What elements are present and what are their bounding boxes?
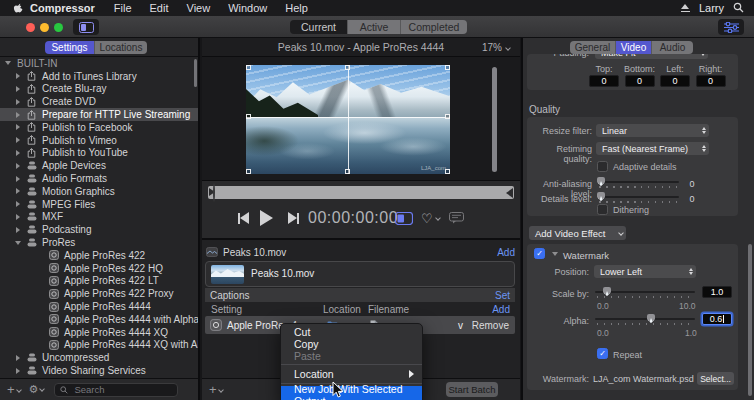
disclosure-right-icon[interactable] — [14, 99, 22, 105]
watermark-enabled-checkbox[interactable]: ✓ — [534, 248, 545, 259]
output-add-link[interactable]: Add — [492, 304, 510, 315]
scale-value-field[interactable]: 1.0 — [702, 286, 732, 298]
sidebar-item-prepare-for-http-live-streaming[interactable]: Prepare for HTTP Live Streaming — [0, 108, 198, 121]
start-batch-button[interactable]: Start Batch — [446, 382, 498, 397]
eject-icon[interactable] — [681, 4, 690, 12]
close-button[interactable] — [26, 23, 35, 32]
menu-window[interactable]: Window — [228, 2, 267, 14]
apple-icon[interactable] — [13, 2, 23, 16]
padding-top-field[interactable]: 0 — [589, 75, 619, 87]
crop-handle[interactable] — [345, 169, 350, 174]
context-menu-item-copy[interactable]: Copy — [281, 338, 422, 350]
sidebar-item-built-in[interactable]: BUILT-IN — [0, 57, 198, 70]
sidebar-item-uncompressed[interactable]: Uncompressed — [0, 351, 198, 364]
alpha-value-field[interactable]: 0.6 — [702, 313, 732, 325]
sidebar-item-podcasting[interactable]: Podcasting — [0, 223, 198, 236]
sidebar-item-create-blu-ray[interactable]: Create Blu-ray — [0, 83, 198, 96]
minimize-button[interactable] — [40, 23, 49, 32]
watermark-disclosure-icon[interactable] — [552, 252, 558, 256]
resize-filter-popup[interactable]: Linear — [596, 124, 709, 137]
app-menu-compressor[interactable]: Compressor — [30, 2, 95, 14]
compare-split-vertical-line[interactable] — [348, 65, 349, 174]
scale-slider[interactable] — [595, 286, 695, 299]
padding-left-field[interactable]: 0 — [660, 75, 690, 87]
sidebar-item-create-dvd[interactable]: Create DVD — [0, 95, 198, 108]
feedback-icon[interactable] — [449, 205, 464, 231]
disclosure-right-icon[interactable] — [14, 86, 22, 92]
job-add-link[interactable]: Add — [497, 247, 515, 258]
disclosure-down-icon[interactable] — [14, 241, 22, 245]
tab-video[interactable]: Video — [616, 41, 652, 54]
compare-split-horizontal-line[interactable] — [246, 117, 450, 118]
filter-icon[interactable] — [718, 19, 744, 35]
tab-current[interactable]: Current — [290, 20, 348, 34]
position-popup[interactable]: Lower Left — [594, 265, 696, 278]
source-media-card[interactable]: Peaks 10.mov — [205, 261, 515, 287]
disclosure-right-icon[interactable] — [14, 368, 22, 374]
context-menu-item-location[interactable]: Location — [281, 367, 422, 381]
disclosure-right-icon[interactable] — [14, 201, 22, 207]
anti-aliasing-slider[interactable] — [597, 176, 679, 189]
playhead[interactable] — [213, 184, 220, 200]
sidebar-item-add-to-itunes-library[interactable]: Add to iTunes Library — [0, 70, 198, 83]
sidebar-item-mxf[interactable]: MXF — [0, 211, 198, 224]
inspector-scrollbar[interactable] — [748, 244, 752, 396]
disclosure-right-icon[interactable] — [14, 124, 22, 130]
disclosure-right-icon[interactable] — [14, 163, 22, 169]
sidebar-toggle-icon[interactable] — [73, 19, 99, 35]
sidebar-item-mpeg-files[interactable]: MPEG Files — [0, 198, 198, 211]
padding-right-field[interactable]: 0 — [696, 75, 726, 87]
sidebar-item-apple-prores-422-lt[interactable]: Apple ProRes 422 LT — [0, 275, 198, 288]
crop-handle[interactable] — [246, 114, 251, 119]
search-input[interactable] — [72, 383, 172, 396]
compare-icon[interactable] — [395, 205, 413, 231]
search-field[interactable] — [54, 383, 178, 397]
details-level-slider[interactable] — [597, 191, 679, 204]
zoom-level-dropdown[interactable]: 17% — [482, 38, 510, 57]
disclosure-right-icon[interactable] — [14, 112, 22, 118]
crop-handle[interactable] — [445, 114, 450, 119]
disclosure-right-icon[interactable] — [14, 73, 22, 79]
disclosure-right-icon[interactable] — [14, 227, 22, 233]
sidebar-item-audio-formats[interactable]: Audio Formats — [0, 172, 198, 185]
sidebar-item-publish-to-facebook[interactable]: Publish to Facebook — [0, 121, 198, 134]
padding-popup[interactable]: Make Fit — [595, 54, 708, 59]
sidebar-item-apple-prores-4444-xq[interactable]: Apple ProRes 4444 XQ — [0, 326, 198, 339]
select-watermark-button[interactable]: Select... — [697, 372, 734, 385]
sidebar-item-publish-to-vimeo[interactable]: Publish to Vimeo — [0, 134, 198, 147]
context-menu-item-new-job-with-selected-output[interactable]: New Job With Selected Output — [281, 386, 422, 400]
sidebar-item-apple-prores-422-proxy[interactable]: Apple ProRes 422 Proxy — [0, 287, 198, 300]
menu-view[interactable]: View — [187, 2, 211, 14]
tab-completed[interactable]: Completed — [401, 20, 467, 34]
add-video-effect-button[interactable]: Add Video Effect — [529, 226, 626, 240]
favorite-icon[interactable]: ♡ — [421, 205, 440, 231]
tab-settings[interactable]: Settings — [45, 41, 95, 54]
captions-set-link[interactable]: Set — [495, 290, 510, 301]
crop-handle[interactable] — [246, 65, 251, 70]
next-frame-button[interactable] — [288, 205, 299, 231]
disclosure-down-icon[interactable] — [4, 61, 12, 65]
crop-handle[interactable] — [445, 65, 450, 70]
sidebar-scrollbar[interactable] — [194, 59, 197, 87]
search-icon[interactable] — [733, 2, 744, 15]
menu-file[interactable]: File — [114, 2, 132, 14]
previous-frame-button[interactable] — [238, 205, 249, 231]
zoom-button[interactable] — [54, 23, 63, 32]
sidebar-item-apple-devices[interactable]: Apple Devices — [0, 159, 198, 172]
menu-edit[interactable]: Edit — [150, 2, 169, 14]
repeat-checkbox[interactable]: ✓ — [597, 348, 608, 359]
dithering-checkbox[interactable] — [597, 204, 608, 215]
menu-bar-user[interactable]: Larry — [699, 2, 724, 14]
retiming-quality-popup[interactable]: Fast (Nearest Frame) — [596, 142, 709, 155]
padding-bottom-field[interactable]: 0 — [625, 75, 655, 87]
preview-scrollbar[interactable] — [492, 67, 497, 172]
disclosure-right-icon[interactable] — [14, 355, 22, 361]
sidebar-item-publish-to-youtube[interactable]: Publish to YouTube — [0, 147, 198, 160]
sidebar-item-apple-prores-422-hq[interactable]: Apple ProRes 422 HQ — [0, 262, 198, 275]
tab-active[interactable]: Active — [348, 20, 401, 34]
crop-handle[interactable] — [246, 169, 251, 174]
alpha-slider[interactable] — [595, 313, 695, 326]
sidebar-item-motion-graphics[interactable]: Motion Graphics — [0, 185, 198, 198]
context-menu-item-cut[interactable]: Cut — [281, 326, 422, 338]
sidebar-item-video-sharing-services[interactable]: Video Sharing Services — [0, 364, 198, 377]
